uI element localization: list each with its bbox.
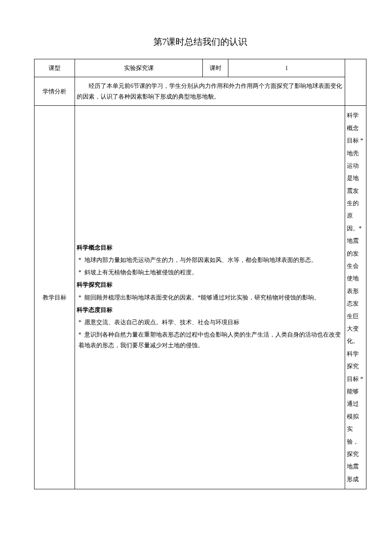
goal-section-head-1: 科学探究目标 [77, 279, 343, 290]
label-analysis: 学情分析 [35, 77, 75, 105]
goal-bullet: *意识到各种自然力量在重塑地表形态的过程中也会影响人类的生产生活，人类自身的活动… [77, 329, 343, 351]
lesson-plan-table: 课型 实验探究课 课时 1 学情分析 经历了本单元前6节课的学习，学生分别从内力… [34, 59, 366, 489]
side-column: 科学概念目标 *地壳运动是地震发生的原因。*地震的发生会使地表形态发生巨大变化。… [345, 106, 366, 489]
value-analysis: 经历了本单元前6节课的学习，学生分别从内力作用和外力作用两个方面探究了影响地球表… [75, 77, 345, 105]
row-goals: 教学目标 科学概念目标 *地球内部力量如地壳运动产生的力，与外部因素如风、水等，… [35, 106, 366, 489]
label-type: 课型 [35, 59, 75, 77]
goal-bullet: *斜坡上有无植物会影响土地被侵蚀的程度。 [77, 267, 343, 278]
page-title: 第7课时总结我们的认识 [153, 37, 248, 47]
goal-bullet: *愿意交流、表达自己的观点。科学、技术、社会与环境目标 [77, 317, 343, 328]
value-period: 1 [228, 59, 345, 77]
row-analysis: 学情分析 经历了本单元前6节课的学习，学生分别从内力作用和外力作用两个方面探究了… [35, 77, 366, 105]
row-type: 课型 实验探究课 课时 1 [35, 59, 366, 77]
goal-section-head-2: 科学态度目标 [77, 305, 343, 315]
value-goals: 科学概念目标 *地球内部力量如地壳运动产生的力，与外部因素如风、水等，都会影响地… [75, 106, 345, 489]
side-text: 科学概念目标 *地壳运动是地震发生的原因。*地震的发生会使地表形态发生巨大变化。… [347, 109, 364, 485]
goal-section-head-0: 科学概念目标 [77, 242, 343, 253]
label-goals: 教学目标 [35, 106, 75, 489]
goal-bullet: *能回顾并梳理出影响地球表面变化的因素。*能够通过对比实验，研究植物对侵蚀的影响… [77, 292, 343, 303]
value-type: 实验探究课 [75, 59, 203, 77]
analysis-text: 经历了本单元前6节课的学习，学生分别从内力作用和外力作用两个方面探究了影响地球表… [77, 83, 342, 100]
side-empty-top [345, 59, 366, 106]
label-period: 课时 [203, 59, 228, 77]
goal-bullet: *地球内部力量如地壳运动产生的力，与外部因素如风、水等，都会影响地球表面的形态。 [77, 255, 343, 265]
